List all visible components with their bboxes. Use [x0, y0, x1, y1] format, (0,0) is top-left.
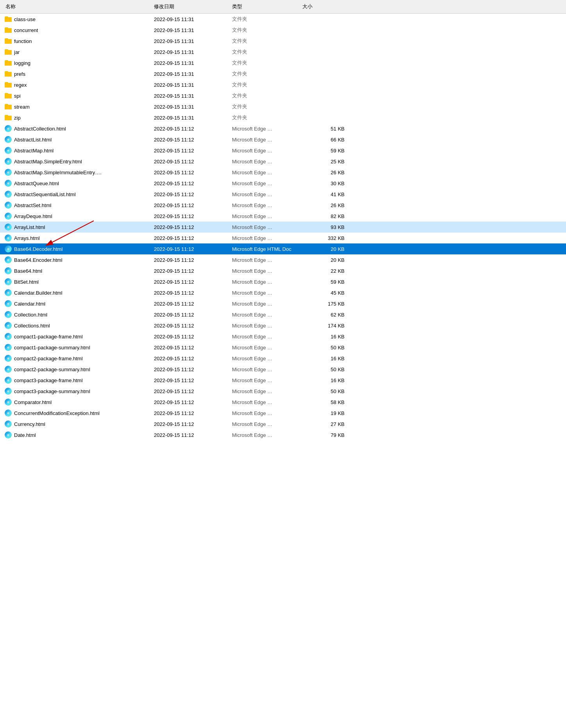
file-date: 2022-09-15 11:12	[152, 377, 230, 384]
file-date: 2022-09-15 11:12	[152, 147, 230, 154]
file-row[interactable]: e Base64.Decoder.html 2022-09-15 11:12 M…	[0, 243, 566, 254]
file-name: Base64.Encoder.html	[14, 257, 62, 263]
file-size: 26 KB	[300, 169, 347, 176]
folder-row[interactable]: prefs 2022-09-15 11:31 文件夹	[0, 68, 566, 79]
file-type: Microsoft Edge …	[230, 377, 300, 384]
header-type[interactable]: 类型	[230, 2, 300, 12]
file-name: compact2-package-summary.html	[14, 367, 90, 372]
file-type: Microsoft Edge …	[230, 191, 300, 198]
file-row[interactable]: e compact3-package-frame.html 2022-09-15…	[0, 375, 566, 386]
file-type: Microsoft Edge …	[230, 213, 300, 220]
file-row[interactable]: e Base64.html 2022-09-15 11:12 Microsoft…	[0, 265, 566, 276]
folder-icon	[5, 81, 12, 88]
folder-name: prefs	[14, 71, 25, 77]
folder-row[interactable]: concurrent 2022-09-15 11:31 文件夹	[0, 25, 566, 36]
file-name: AbstractCollection.html	[14, 126, 66, 132]
folder-type: 文件夹	[230, 80, 300, 89]
file-row[interactable]: e Arrays.html 2022-09-15 11:12 Microsoft…	[0, 233, 566, 243]
file-row[interactable]: e Calendar.Builder.html 2022-09-15 11:12…	[0, 287, 566, 298]
folder-date: 2022-09-15 11:31	[152, 103, 230, 111]
file-name: Currency.html	[14, 421, 45, 427]
file-name: Collections.html	[14, 323, 50, 329]
file-row[interactable]: e compact2-package-summary.html 2022-09-…	[0, 364, 566, 375]
folder-row[interactable]: zip 2022-09-15 11:31 文件夹	[0, 112, 566, 123]
file-row[interactable]: e AbstractMap.SimpleImmutableEntry…. 202…	[0, 167, 566, 178]
file-name-cell: e Base64.html	[3, 267, 152, 275]
file-row[interactable]: e Currency.html 2022-09-15 11:12 Microso…	[0, 419, 566, 429]
folder-size	[300, 95, 347, 97]
file-row[interactable]: e AbstractMap.html 2022-09-15 11:12 Micr…	[0, 145, 566, 156]
folder-name: zip	[14, 115, 21, 121]
file-size: 59 KB	[300, 147, 347, 154]
folder-name-cell: regex	[3, 80, 152, 89]
file-row[interactable]: e compact3-package-summary.html 2022-09-…	[0, 386, 566, 397]
folder-row[interactable]: stream 2022-09-15 11:31 文件夹	[0, 101, 566, 112]
folder-row[interactable]: function 2022-09-15 11:31 文件夹	[0, 36, 566, 47]
folder-row[interactable]: logging 2022-09-15 11:31 文件夹	[0, 57, 566, 68]
file-type: Microsoft Edge …	[230, 431, 300, 439]
file-date: 2022-09-15 11:12	[152, 191, 230, 198]
folder-name: class-use	[14, 16, 36, 22]
folder-date: 2022-09-15 11:31	[152, 70, 230, 78]
header-date[interactable]: 修改日期	[152, 2, 230, 12]
file-row[interactable]: e AbstractCollection.html 2022-09-15 11:…	[0, 123, 566, 134]
folder-name-cell: logging	[3, 59, 152, 67]
folder-size	[300, 51, 347, 53]
file-row[interactable]: e AbstractSequentialList.html 2022-09-15…	[0, 189, 566, 200]
file-row[interactable]: e Calendar.html 2022-09-15 11:12 Microso…	[0, 298, 566, 309]
folder-type: 文件夹	[230, 37, 300, 45]
folder-name-cell: zip	[3, 113, 152, 122]
file-type: Microsoft Edge …	[230, 399, 300, 406]
file-row[interactable]: e Collections.html 2022-09-15 11:12 Micr…	[0, 320, 566, 331]
folder-row[interactable]: regex 2022-09-15 11:31 文件夹	[0, 79, 566, 90]
file-type: Microsoft Edge …	[230, 420, 300, 428]
file-row[interactable]: e compact1-package-summary.html 2022-09-…	[0, 342, 566, 353]
file-size: 30 KB	[300, 180, 347, 187]
file-name: AbstractMap.SimpleEntry.html	[14, 159, 82, 165]
edge-icon: e	[5, 125, 12, 132]
file-row[interactable]: e Date.html 2022-09-15 11:12 Microsoft E…	[0, 429, 566, 440]
file-type: Microsoft Edge …	[230, 202, 300, 209]
file-name: ConcurrentModificationException.html	[14, 410, 100, 416]
folder-type: 文件夹	[230, 102, 300, 111]
file-size: 45 KB	[300, 289, 347, 297]
folder-icon	[5, 92, 12, 99]
file-row[interactable]: e ArrayDeque.html 2022-09-15 11:12 Micro…	[0, 211, 566, 222]
edge-icon: e	[5, 322, 12, 329]
file-name-cell: e ArrayList.html	[3, 223, 152, 231]
file-date: 2022-09-15 11:12	[152, 355, 230, 362]
file-row[interactable]: e AbstractQueue.html 2022-09-15 11:12 Mi…	[0, 178, 566, 189]
folder-size	[300, 117, 347, 118]
file-row[interactable]: e AbstractList.html 2022-09-15 11:12 Mic…	[0, 134, 566, 145]
folder-icon	[5, 48, 12, 55]
folder-row[interactable]: class-use 2022-09-15 11:31 文件夹	[0, 14, 566, 25]
file-row[interactable]: e Base64.Encoder.html 2022-09-15 11:12 M…	[0, 254, 566, 265]
file-row[interactable]: e AbstractMap.SimpleEntry.html 2022-09-1…	[0, 156, 566, 167]
folder-name-cell: class-use	[3, 15, 152, 23]
file-name-cell: e Base64.Encoder.html	[3, 256, 152, 264]
file-row[interactable]: e Collection.html 2022-09-15 11:12 Micro…	[0, 309, 566, 320]
file-row[interactable]: e ConcurrentModificationException.html 2…	[0, 408, 566, 419]
file-row[interactable]: e AbstractSet.html 2022-09-15 11:12 Micr…	[0, 200, 566, 211]
file-row[interactable]: e BitSet.html 2022-09-15 11:12 Microsoft…	[0, 276, 566, 287]
file-name: Calendar.html	[14, 301, 45, 307]
file-name-cell: e Collection.html	[3, 310, 152, 319]
file-row[interactable]: e Comparator.html 2022-09-15 11:12 Micro…	[0, 397, 566, 408]
folder-row[interactable]: jar 2022-09-15 11:31 文件夹	[0, 47, 566, 57]
folder-name-cell: jar	[3, 48, 152, 56]
file-name-cell: e Comparator.html	[3, 398, 152, 406]
file-date: 2022-09-15 11:12	[152, 267, 230, 275]
file-date: 2022-09-15 11:12	[152, 202, 230, 209]
folder-row[interactable]: spi 2022-09-15 11:31 文件夹	[0, 90, 566, 101]
file-row[interactable]: e compact2-package-frame.html 2022-09-15…	[0, 353, 566, 364]
file-name: BitSet.html	[14, 279, 39, 285]
file-name: Collection.html	[14, 312, 47, 318]
header-size[interactable]: 大小	[300, 2, 347, 12]
folder-name: jar	[14, 49, 20, 55]
file-row[interactable]: e ArrayList.html 2022-09-15 11:12 Micros…	[0, 222, 566, 233]
file-type: Microsoft Edge …	[230, 136, 300, 143]
edge-icon: e	[5, 366, 12, 373]
file-row[interactable]: e compact1-package-frame.html 2022-09-15…	[0, 331, 566, 342]
header-name[interactable]: 名称	[3, 2, 152, 12]
file-name-cell: e AbstractMap.html	[3, 146, 152, 155]
